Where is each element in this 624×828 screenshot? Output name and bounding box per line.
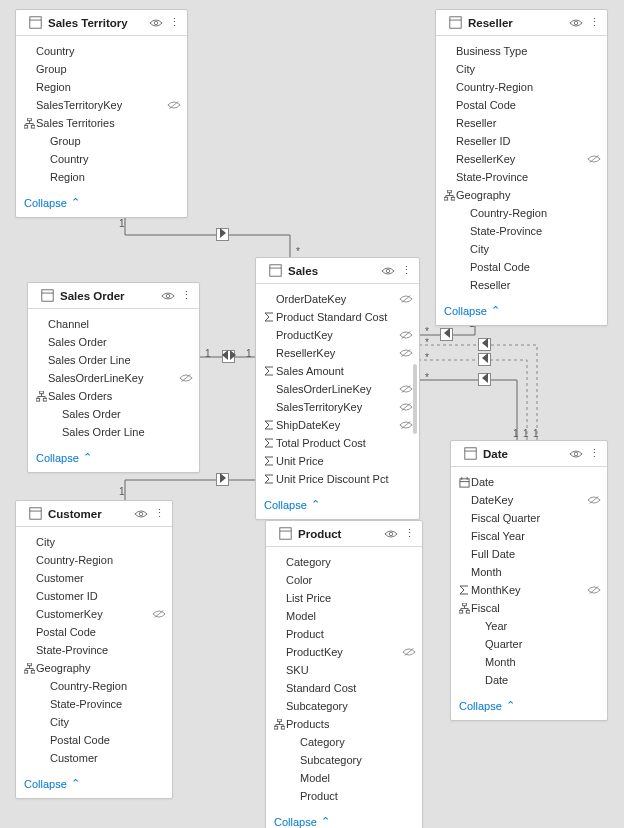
field-row[interactable]: Fiscal Year [457,527,601,545]
field-row[interactable]: Group [22,132,181,150]
field-row[interactable]: Sales Order Line [34,423,193,441]
visibility-icon[interactable] [149,16,163,30]
hidden-icon[interactable] [399,384,413,394]
field-row[interactable]: Sales Amount [262,362,413,380]
field-row[interactable]: Products [272,715,416,733]
card-header[interactable]: Reseller ⋮ [436,10,607,36]
table-customer[interactable]: Customer ⋮ CityCountry-RegionCustomerCus… [15,500,173,799]
field-row[interactable]: Country-Region [22,677,166,695]
field-row[interactable]: Postal Code [22,623,166,641]
field-row[interactable]: Total Product Cost [262,434,413,452]
field-row[interactable]: DateKey [457,491,601,509]
field-row[interactable]: Business Type [442,42,601,60]
card-header[interactable]: Sales ⋮ [256,258,419,284]
field-row[interactable]: Customer ID [22,587,166,605]
field-row[interactable]: Customer [22,749,166,767]
field-row[interactable]: List Price [272,589,416,607]
hidden-icon[interactable] [399,330,413,340]
collapse-link[interactable]: Collapse⌃ [266,809,422,828]
field-row[interactable]: Fiscal [457,599,601,617]
visibility-icon[interactable] [569,447,583,461]
visibility-icon[interactable] [161,289,175,303]
visibility-icon[interactable] [134,507,148,521]
field-row[interactable]: ResellerKey [442,150,601,168]
field-row[interactable]: Geography [442,186,601,204]
field-row[interactable]: Year [457,617,601,635]
field-row[interactable]: Product Standard Cost [262,308,413,326]
field-row[interactable]: Date [457,671,601,689]
hidden-icon[interactable] [402,647,416,657]
hidden-icon[interactable] [587,154,601,164]
collapse-link[interactable]: Collapse⌃ [16,190,187,217]
field-row[interactable]: ResellerKey [262,344,413,362]
hidden-icon[interactable] [587,585,601,595]
field-row[interactable]: City [442,240,601,258]
field-row[interactable]: SalesOrderLineKey [34,369,193,387]
field-row[interactable]: Category [272,733,416,751]
field-row[interactable]: Channel [34,315,193,333]
field-row[interactable]: Geography [22,659,166,677]
more-icon[interactable]: ⋮ [587,447,601,461]
field-row[interactable]: Subcategory [272,697,416,715]
more-icon[interactable]: ⋮ [402,527,416,541]
visibility-icon[interactable] [381,264,395,278]
field-row[interactable]: Customer [22,569,166,587]
field-row[interactable]: Standard Cost [272,679,416,697]
table-date[interactable]: Date ⋮ DateDateKeyFiscal QuarterFiscal Y… [450,440,608,721]
field-row[interactable]: Subcategory [272,751,416,769]
field-row[interactable]: SalesOrderLineKey [262,380,413,398]
field-row[interactable]: Reseller [442,276,601,294]
collapse-link[interactable]: Collapse⌃ [451,693,607,720]
card-header[interactable]: Product ⋮ [266,521,422,547]
table-product[interactable]: Product ⋮ CategoryColorList PriceModelPr… [265,520,423,828]
hidden-icon[interactable] [167,100,181,110]
field-row[interactable]: Sales Orders [34,387,193,405]
table-reseller[interactable]: Reseller ⋮ Business TypeCityCountry-Regi… [435,9,608,326]
field-row[interactable]: State-Province [22,695,166,713]
field-row[interactable]: Color [272,571,416,589]
field-row[interactable]: State-Province [22,641,166,659]
collapse-link[interactable]: Collapse⌃ [436,298,607,325]
field-row[interactable]: Postal Code [22,731,166,749]
collapse-link[interactable]: Collapse⌃ [28,445,199,472]
hidden-icon[interactable] [399,294,413,304]
visibility-icon[interactable] [569,16,583,30]
card-header[interactable]: Sales Territory ⋮ [16,10,187,36]
field-row[interactable]: Month [457,563,601,581]
hidden-icon[interactable] [399,348,413,358]
field-row[interactable]: Country-Region [442,204,601,222]
field-row[interactable]: SKU [272,661,416,679]
field-row[interactable]: Fiscal Quarter [457,509,601,527]
field-row[interactable]: City [442,60,601,78]
more-icon[interactable]: ⋮ [152,507,166,521]
field-row[interactable]: State-Province [442,222,601,240]
field-row[interactable]: Country-Region [22,551,166,569]
field-row[interactable]: Group [22,60,181,78]
hidden-icon[interactable] [179,373,193,383]
field-row[interactable]: Sales Order Line [34,351,193,369]
field-row[interactable]: Sales Order [34,405,193,423]
field-row[interactable]: City [22,533,166,551]
field-row[interactable]: ShipDateKey [262,416,413,434]
field-row[interactable]: Sales Order [34,333,193,351]
field-row[interactable]: Date [457,473,601,491]
field-row[interactable]: Unit Price [262,452,413,470]
more-icon[interactable]: ⋮ [399,264,413,278]
field-row[interactable]: MonthKey [457,581,601,599]
table-sales[interactable]: Sales ⋮ OrderDateKeyProduct Standard Cos… [255,257,420,520]
hidden-icon[interactable] [587,495,601,505]
scrollbar-thumb[interactable] [413,364,417,434]
field-row[interactable]: Country [22,42,181,60]
more-icon[interactable]: ⋮ [179,289,193,303]
collapse-link[interactable]: Collapse⌃ [256,492,419,519]
field-row[interactable]: Category [272,553,416,571]
model-canvas[interactable]: 1 * 1 1 1 * 1 * 1 * * * * 1 1 1 Sales Te… [0,0,624,828]
field-row[interactable]: Month [457,653,601,671]
field-row[interactable]: Postal Code [442,258,601,276]
field-row[interactable]: Product [272,625,416,643]
field-row[interactable]: Unit Price Discount Pct [262,470,413,488]
field-row[interactable]: Sales Territories [22,114,181,132]
card-header[interactable]: Sales Order ⋮ [28,283,199,309]
field-row[interactable]: Region [22,168,181,186]
table-sales-territory[interactable]: Sales Territory ⋮ CountryGroupRegionSale… [15,9,188,218]
